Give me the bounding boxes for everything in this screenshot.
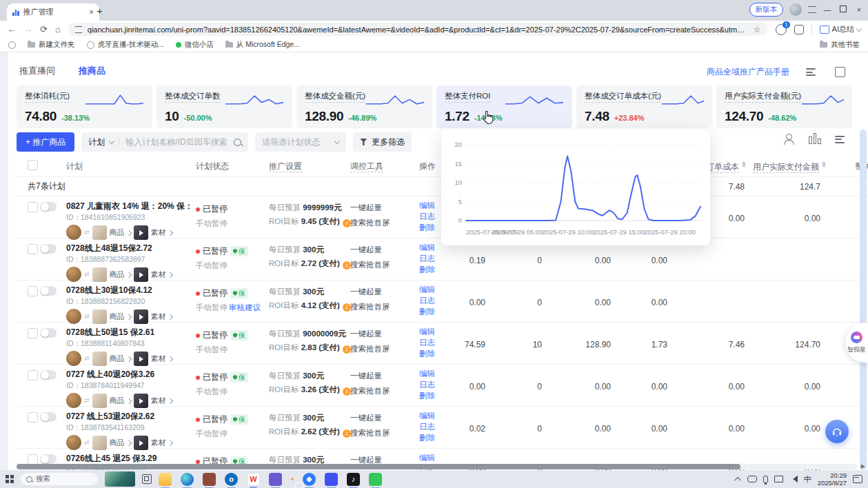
row-checkbox[interactable]: [28, 370, 38, 380]
app-icon-green[interactable]: [369, 473, 382, 486]
tab-close-icon[interactable]: ×: [89, 8, 94, 17]
row-checkbox[interactable]: [28, 454, 38, 465]
row-checkbox[interactable]: [28, 412, 38, 423]
metric-card[interactable]: 用户实际支付金额(元) 124.70 -48.62%: [716, 85, 852, 128]
plan-name[interactable]: 0728线上50退15 保2.61: [66, 327, 190, 338]
metric-card[interactable]: 整体消耗(元) 74.80 -38.13%: [17, 85, 152, 128]
row-toggle[interactable]: [40, 244, 57, 254]
wps-icon[interactable]: W: [247, 473, 260, 486]
row-toggle[interactable]: [40, 202, 57, 212]
row-checkbox[interactable]: [28, 286, 38, 296]
delete-link[interactable]: 删除: [419, 390, 448, 401]
plan-name[interactable]: 0827 儿童雨衣 14% 退：20% 保：9.92: [66, 201, 190, 212]
plan-name[interactable]: 0728线上30退10保4.12: [66, 285, 190, 296]
row-toggle[interactable]: [40, 328, 57, 338]
edit-link[interactable]: 编辑: [419, 410, 448, 421]
material-thumbnail[interactable]: [134, 267, 148, 282]
material-thumbnail[interactable]: [134, 436, 148, 450]
browser-tab[interactable]: 推广管理 ×: [7, 3, 99, 21]
product-thumbnail[interactable]: [92, 436, 107, 450]
customer-service-button[interactable]: [825, 420, 849, 443]
extension-icon[interactable]: 1: [776, 24, 787, 35]
custom-columns-icon[interactable]: [835, 134, 847, 145]
bookmark-item[interactable]: 虎牙直播-技术驱动...: [87, 40, 164, 50]
plan-name[interactable]: 0728线上48退15保2.72: [66, 243, 190, 254]
product-link[interactable]: 商品: [110, 270, 131, 280]
microphone-icon[interactable]: [763, 476, 768, 483]
app-icon-blue-circle[interactable]: [303, 473, 316, 486]
search-icon[interactable]: [234, 139, 241, 146]
horizontal-scrollbar-track[interactable]: ▶: [17, 464, 857, 469]
material-thumbnail[interactable]: [134, 309, 148, 324]
product-manual-link[interactable]: 商品全域推广产品手册: [707, 66, 789, 78]
material-link[interactable]: 素材: [151, 312, 172, 322]
select-all-checkbox[interactable]: [28, 160, 38, 170]
material-link[interactable]: 素材: [151, 438, 172, 448]
metric-card[interactable]: 整体支付ROI 1.72 -14.43%: [436, 85, 572, 128]
promote-product-button[interactable]: + 推广商品: [17, 132, 74, 152]
status-filter-select[interactable]: 请筛选计划状态: [255, 132, 346, 152]
row-checkbox[interactable]: [28, 244, 38, 254]
one-key-boost-link[interactable]: 一键起量: [350, 413, 419, 423]
product-link[interactable]: 商品: [110, 354, 131, 364]
browser-menu-icon[interactable]: [808, 6, 816, 13]
profile-icon[interactable]: [8, 41, 16, 49]
network-icon[interactable]: [774, 476, 783, 482]
browser-avatar[interactable]: [789, 3, 802, 16]
scroll-right-arrow[interactable]: ▶: [861, 463, 865, 469]
material-thumbnail[interactable]: [134, 394, 148, 408]
more-filters-button[interactable]: 更多筛选: [353, 132, 412, 152]
metric-card[interactable]: 整体成交订单数 10 -50.00%: [157, 85, 292, 128]
edit-link[interactable]: 编辑: [419, 452, 448, 463]
one-key-boost-link[interactable]: 一键起量: [350, 329, 419, 339]
edit-link[interactable]: 编辑: [419, 326, 448, 337]
product-thumbnail[interactable]: [92, 225, 107, 240]
material-thumbnail[interactable]: [134, 225, 148, 240]
delete-link[interactable]: 删除: [419, 432, 448, 443]
delete-link[interactable]: 删除: [419, 306, 448, 317]
row-toggle[interactable]: [40, 412, 57, 422]
plan-name[interactable]: 0727 线上53退20保2.62: [66, 411, 190, 423]
edge-browser-icon[interactable]: [181, 473, 194, 486]
home-icon[interactable]: ⌂: [55, 25, 61, 34]
window-close-button[interactable]: ×: [854, 6, 864, 14]
ime-indicator[interactable]: 中: [804, 474, 811, 485]
row-checkbox[interactable]: [28, 202, 38, 212]
one-key-boost-link[interactable]: 一键起量: [350, 371, 419, 381]
delete-link[interactable]: 删除: [419, 264, 448, 275]
reload-icon[interactable]: ⟳: [40, 25, 48, 34]
bookmark-item[interactable]: 从 Microsoft Edge...: [225, 40, 300, 50]
edit-link[interactable]: 编辑: [419, 284, 448, 295]
other-bookmarks[interactable]: 其他书签: [820, 40, 860, 50]
forward-icon[interactable]: →: [23, 25, 32, 34]
extensions-puzzle-icon[interactable]: [794, 25, 804, 34]
material-link[interactable]: 素材: [151, 354, 172, 364]
app-icon-blue[interactable]: [325, 473, 338, 486]
tray-expand-icon[interactable]: [734, 476, 741, 483]
log-link[interactable]: 日志: [419, 379, 448, 390]
product-link[interactable]: 商品: [110, 227, 131, 238]
product-thumbnail[interactable]: [92, 352, 107, 366]
outlook-icon[interactable]: o: [225, 473, 238, 486]
url-text[interactable]: qianchuan.jinritemai.com/uni-prom?aavid=…: [88, 26, 748, 34]
product-thumbnail[interactable]: [92, 309, 107, 324]
plan-select[interactable]: 计划: [88, 136, 105, 148]
app-icon-brown[interactable]: [203, 473, 216, 486]
audience-icon[interactable]: [783, 134, 795, 145]
log-link[interactable]: 日志: [419, 253, 448, 264]
product-thumbnail[interactable]: [92, 267, 107, 282]
task-view-icon[interactable]: [142, 474, 152, 484]
plan-name[interactable]: 0726线上45 退25 保3.29: [66, 453, 190, 465]
one-key-boost-link[interactable]: 一键起量: [350, 245, 419, 255]
app-icon-purple[interactable]: [269, 473, 282, 486]
row-toggle[interactable]: [40, 454, 57, 464]
row-checkbox[interactable]: [28, 328, 38, 338]
widgets-weather-thumbnail[interactable]: [105, 471, 135, 487]
notification-center-icon[interactable]: [853, 475, 862, 483]
plan-name[interactable]: 0727 线上40退20保3.26: [66, 369, 190, 380]
sort-icon[interactable]: [742, 159, 746, 170]
edit-link[interactable]: 编辑: [419, 368, 448, 379]
log-link[interactable]: 日志: [419, 295, 448, 306]
speaker-icon[interactable]: [789, 476, 798, 482]
search-top-screen-link[interactable]: 搜索抢首屏: [350, 302, 419, 312]
